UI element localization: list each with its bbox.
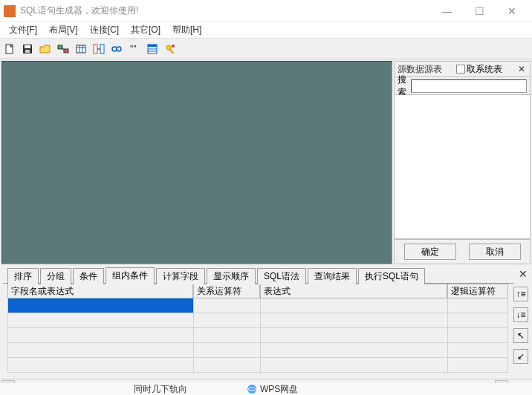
tab-calc-field[interactable]: 计算字段: [156, 268, 205, 284]
run-icon[interactable]: [163, 42, 177, 56]
glasses-icon[interactable]: [110, 42, 123, 56]
wps-icon: [247, 384, 257, 394]
col-logicop[interactable]: 逻辑运算符: [447, 284, 508, 298]
new-icon[interactable]: [3, 42, 16, 56]
move-down-button[interactable]: ↓≡: [513, 307, 528, 322]
tab-query-result[interactable]: 查询结果: [308, 268, 357, 284]
search-input[interactable]: [411, 79, 527, 93]
svg-rect-12: [100, 45, 104, 53]
title-bar: SQL语句生成器，欢迎你使用! — ☐ ✕: [0, 0, 532, 22]
delete-row-button[interactable]: ↖: [513, 328, 528, 343]
quote-icon[interactable]: "": [128, 42, 141, 56]
close-button[interactable]: ✕: [496, 0, 528, 22]
svg-rect-5: [64, 49, 68, 53]
menu-help[interactable]: 帮助[H]: [166, 22, 207, 38]
tab-sql-syntax[interactable]: SQL语法: [257, 268, 306, 284]
svg-rect-3: [25, 50, 30, 53]
tab-group[interactable]: 分组: [40, 268, 71, 284]
svg-point-23: [172, 45, 175, 48]
menu-connect[interactable]: 连接[C]: [84, 22, 125, 38]
col-expr[interactable]: 表达式: [260, 284, 447, 298]
svg-rect-19: [148, 45, 157, 47]
svg-text:"": "": [130, 44, 137, 54]
svg-point-24: [247, 385, 256, 394]
tab-condition[interactable]: 条件: [73, 268, 104, 284]
minimize-button[interactable]: —: [430, 0, 463, 22]
grid-row[interactable]: [7, 343, 508, 358]
cancel-button[interactable]: 取消: [469, 244, 521, 260]
grid-row[interactable]: [7, 298, 508, 313]
window-title: SQL语句生成器，欢迎你使用!: [20, 4, 430, 17]
menu-layout[interactable]: 布局[V]: [43, 22, 84, 38]
clear-button[interactable]: ↙: [513, 349, 528, 364]
relation-icon[interactable]: [92, 42, 106, 56]
taskbar-item-wps[interactable]: WPS网盘: [247, 383, 298, 395]
condition-grid[interactable]: 字段名或表达式 关系运算符 表达式 逻辑运算符: [7, 284, 508, 377]
move-up-button[interactable]: ↑≡: [513, 287, 528, 301]
connect-icon[interactable]: [56, 42, 70, 56]
panel-close-icon[interactable]: ✕: [516, 64, 527, 74]
svg-point-22: [166, 45, 171, 50]
system-table-label: 取系统表: [467, 63, 502, 76]
svg-rect-4: [58, 45, 62, 49]
svg-rect-7: [77, 45, 85, 53]
app-icon: [4, 5, 16, 17]
maximize-button[interactable]: ☐: [463, 0, 496, 22]
grid-row[interactable]: [7, 358, 508, 373]
menu-other[interactable]: 其它[O]: [125, 22, 166, 38]
save-icon[interactable]: [21, 42, 34, 56]
design-canvas[interactable]: [1, 61, 392, 264]
menu-file[interactable]: 文件[F]: [3, 22, 43, 38]
table-list[interactable]: [394, 95, 531, 239]
grid-row[interactable]: [7, 328, 508, 343]
grid-row[interactable]: [7, 313, 508, 328]
menu-bar: 文件[F] 布局[V] 连接[C] 其它[O] 帮助[H]: [0, 22, 532, 39]
grid-tools: ↑≡ ↓≡ ↖ ↙: [510, 284, 532, 379]
form-icon[interactable]: [146, 42, 159, 56]
taskbar-item[interactable]: 同时几下轨向: [134, 383, 187, 395]
svg-point-14: [112, 47, 117, 51]
svg-rect-11: [94, 45, 97, 53]
ok-button[interactable]: 确定: [404, 244, 456, 260]
col-relop[interactable]: 关系运算符: [193, 284, 260, 298]
system-table-checkbox[interactable]: [456, 65, 465, 74]
tab-sort[interactable]: 排序: [7, 268, 39, 284]
table-icon[interactable]: [74, 42, 88, 56]
source-table-panel: 源数据源表 取系统表 ✕ 搜索 确定 取消: [394, 61, 531, 264]
svg-rect-2: [25, 45, 30, 48]
svg-point-15: [117, 47, 121, 51]
tabs-bar: 排序 分组 条件 组内条件 计算字段 显示顺序 SQL语法 查询结果 执行SQL…: [0, 266, 532, 284]
tab-group-condition[interactable]: 组内条件: [106, 267, 155, 284]
toolbar: "": [0, 39, 532, 59]
taskbar-fragment: 同时几下轨向 WPS网盘: [0, 383, 532, 395]
open-icon[interactable]: [39, 42, 52, 56]
tab-display-order[interactable]: 显示顺序: [207, 268, 256, 284]
tab-exec-sql[interactable]: 执行SQL语句: [358, 268, 425, 284]
col-field[interactable]: 字段名或表达式: [7, 284, 193, 298]
tabs-close-icon[interactable]: ✕: [519, 268, 528, 280]
